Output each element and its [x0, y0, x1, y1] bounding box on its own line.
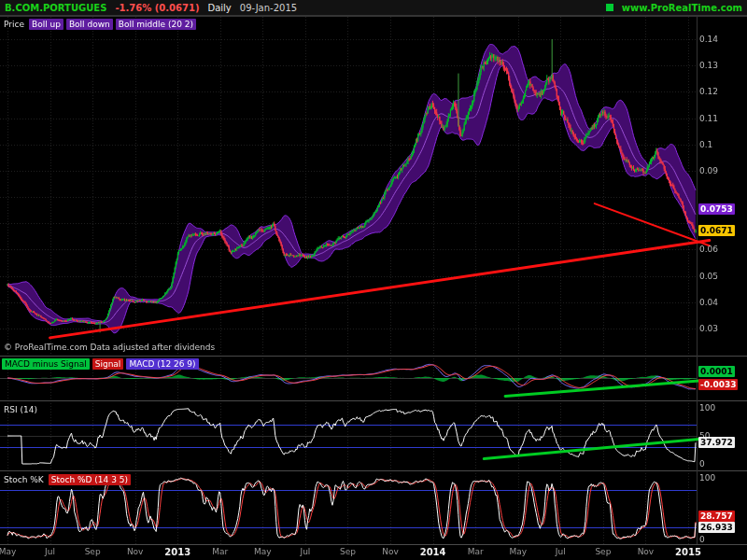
price-axis-tick: 0.12 [699, 87, 718, 96]
time-axis-label: Jul [556, 547, 566, 556]
price-axis-tick: 0.14 [699, 35, 718, 44]
time-axis-label: May [509, 547, 527, 556]
time-axis-label: Jul [300, 547, 310, 556]
chart-application: B.COM.PORTUGUES -1.76% (0.0671) Daily 09… [0, 0, 747, 560]
boll-middle-label[interactable]: Boll middle (20 2) [116, 19, 196, 30]
stoch-k-value-badge: 26.933 [698, 522, 735, 533]
time-axis-label: Sep [85, 547, 101, 556]
macd-signal-value-badge: -0.0033 [698, 379, 738, 390]
prorealtime-logo-icon [606, 4, 613, 11]
price-axis-tick: 0.04 [699, 298, 718, 307]
stoch-indicator-labels: Stoch %K Stoch %D (14 3 5) [2, 474, 131, 485]
macd-hist-label[interactable]: MACD minus Signal [2, 358, 90, 370]
header-bar: B.COM.PORTUGUES -1.76% (0.0671) Daily 09… [0, 0, 747, 16]
stoch-axis-tick: 100 [699, 473, 715, 483]
time-axis-label: Sep [595, 547, 611, 556]
chart-date: 09-Jan-2015 [240, 3, 297, 13]
price-axis-tick: 0.05 [699, 272, 718, 281]
price-axis-tick: 0.1 [699, 140, 712, 149]
price-indicator-labels: Price Boll up Boll down Boll middle (20 … [2, 19, 196, 30]
boll-middle-value-badge: 0.0753 [698, 203, 735, 215]
time-axis-label: 2013 [164, 547, 190, 557]
price-axis-tick: 0.13 [699, 61, 718, 70]
macd-signal-label[interactable]: Signal [92, 358, 124, 370]
stoch-k-label[interactable]: Stoch %K [2, 474, 46, 485]
price-axis-tick: 0.06 [699, 245, 718, 254]
stoch-d-label[interactable]: Stoch %D (14 3 5) [49, 474, 131, 485]
boll-up-label[interactable]: Boll up [29, 19, 63, 30]
rsi-value-badge: 37.972 [698, 437, 735, 448]
time-axis-label: Sep [340, 547, 356, 556]
price-axis-tick: 0.11 [699, 114, 718, 123]
time-axis-label: Mar [212, 547, 228, 556]
boll-down-label[interactable]: Boll down [66, 19, 113, 30]
rsi-axis-tick: 100 [699, 403, 715, 413]
price-axis-tick: 0.09 [699, 166, 718, 175]
stoch-axis-tick: 0 [699, 535, 705, 544]
time-axis-label: May [254, 547, 272, 556]
time-axis-label: Mar [468, 547, 484, 556]
macd-indicator-labels: MACD minus Signal Signal MACD (12 26 9) [2, 358, 199, 370]
rsi-axis-tick: 0 [699, 459, 705, 469]
time-axis-label: Jul [45, 547, 55, 556]
time-axis-label: May [0, 547, 16, 556]
last-price-badge: 0.0671 [698, 225, 735, 236]
website-link[interactable]: www.ProRealTime.com [622, 3, 742, 13]
time-axis-label: Nov [127, 547, 144, 556]
price-label: Price [2, 19, 26, 30]
macd-label[interactable]: MACD (12 26 9) [126, 358, 198, 370]
time-axis-label: Nov [382, 547, 399, 556]
stoch-d-value-badge: 28.757 [698, 511, 735, 522]
copyright-watermark: © ProRealTime.com Data adjusted after di… [4, 343, 215, 352]
symbol-name[interactable]: B.COM.PORTUGUES [5, 3, 106, 13]
macd-hist-value-badge: 0.0001 [698, 366, 735, 377]
rsi-indicator-labels: RSI (14) [2, 404, 39, 415]
time-axis-label: Nov [638, 547, 655, 556]
timeframe[interactable]: Daily [207, 3, 231, 13]
time-axis-label: 2015 [675, 547, 701, 557]
price-axis-tick: 0.03 [699, 324, 718, 333]
price-change: -1.76% (0.0671) [115, 3, 199, 13]
rsi-label[interactable]: RSI (14) [2, 404, 39, 415]
time-axis-label: 2014 [420, 547, 446, 557]
